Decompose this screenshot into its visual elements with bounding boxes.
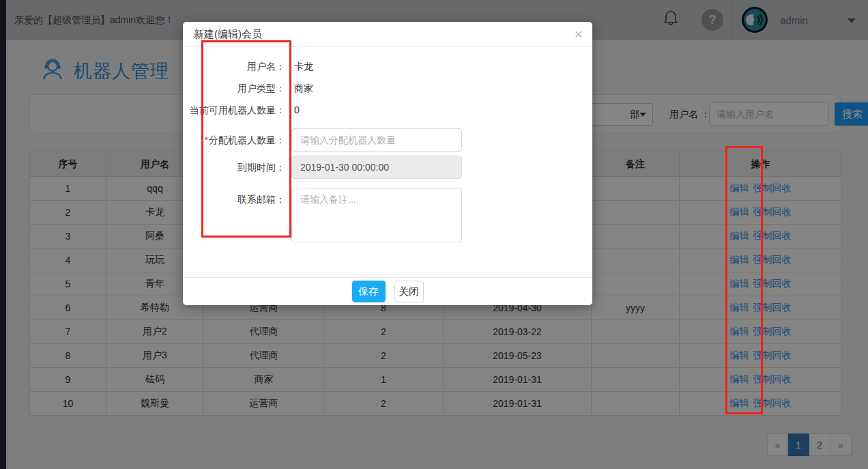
robot-count-input[interactable] [291,128,462,152]
field-label: 当前可用机器人数量： [183,98,285,122]
close-button[interactable]: 关闭 [394,281,424,302]
modal-footer: 保存 关闭 [183,277,592,305]
modal-title: 新建(编辑)会员 [194,22,262,46]
field-label: 用户名： [183,55,285,78]
field-value: 商家 [294,76,313,100]
field-label: 用户类型： [183,76,285,100]
field-value: 卡龙 [294,55,313,78]
field-label: 联系邮箱： [183,188,285,211]
remark-textarea[interactable] [291,188,462,242]
edit-member-modal: 新建(编辑)会员 × 用户名：卡龙用户类型：商家当前可用机器人数量：0*分配机器… [183,22,592,305]
field-label: *分配机器人数量： [183,128,285,152]
field-value: 0 [294,98,300,122]
modal-header: 新建(编辑)会员 × [183,22,592,47]
app-screen: 亲爱的【超级管理员】admin欢迎您！ ? [0,0,868,469]
required-asterisk: * [205,134,208,145]
close-icon[interactable]: × [575,26,583,42]
save-button[interactable]: 保存 [352,281,386,302]
expire-date-input[interactable] [291,156,462,179]
field-label: 到期时间： [183,156,285,179]
